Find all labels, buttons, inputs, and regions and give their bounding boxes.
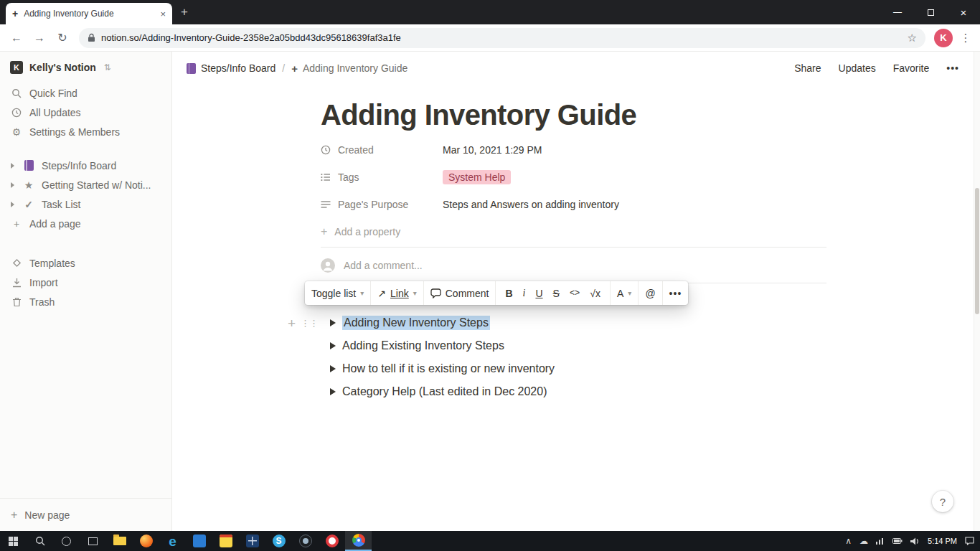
workspace-switcher[interactable]: K Kelly's Notion ⇅ (0, 52, 171, 83)
toggle-block-2[interactable]: Adding Existing Inventory Steps (321, 334, 826, 357)
sidebar-item-settings-members[interactable]: ⚙ Settings & Members (0, 122, 171, 141)
sidebar-item-trash[interactable]: Trash (0, 292, 171, 311)
share-button[interactable]: Share (794, 62, 821, 74)
battery-icon[interactable] (892, 538, 903, 544)
taskbar-spreadsheet[interactable] (239, 531, 265, 551)
toggle-label[interactable]: How to tell if it is existing or new inv… (342, 362, 555, 375)
strikethrough-button[interactable]: S (550, 288, 562, 299)
sidebar-item-task-list[interactable]: ✓ Task List (0, 194, 171, 214)
text-color-dropdown[interactable]: A ▾ (611, 281, 639, 305)
underline-button[interactable]: U (532, 288, 545, 299)
sidebar-item-steps-info-board[interactable]: Steps/Info Board (0, 156, 171, 175)
page-title[interactable]: Adding Inventory Guide (321, 98, 826, 132)
scrollbar-thumb[interactable] (975, 188, 979, 314)
clock-icon (321, 145, 331, 155)
sidebar-item-getting-started[interactable]: ★ Getting Started w/ Noti... (0, 175, 171, 194)
clock[interactable]: 5:14 PM (928, 537, 957, 545)
property-row-purpose[interactable]: Page's Purpose Steps and Answers on addi… (321, 191, 826, 218)
toggle-arrow-icon[interactable] (330, 342, 336, 349)
link-button[interactable]: ↗ Link ▾ (371, 281, 423, 305)
drag-handle-icon[interactable]: ⋮⋮ (301, 318, 318, 329)
screen: + Adding Inventory Guide × + — × ← → ↻ n… (0, 0, 980, 551)
start-button[interactable] (0, 531, 27, 551)
mention-button[interactable]: @ (639, 281, 662, 305)
equation-button[interactable]: √x (587, 288, 603, 299)
tab-close-icon[interactable]: × (160, 9, 166, 19)
window-minimize-button[interactable]: — (881, 0, 914, 24)
browser-menu-icon[interactable]: ⋮ (957, 32, 974, 44)
volume-icon[interactable] (910, 537, 920, 545)
taskbar-camera[interactable] (292, 531, 319, 551)
property-row-created[interactable]: Created Mar 10, 2021 1:29 PM (321, 136, 826, 164)
taskbar-search-button[interactable] (27, 531, 53, 551)
sidebar-item-import[interactable]: Import (0, 273, 171, 292)
add-comment-input[interactable]: Add a comment... (321, 248, 826, 283)
back-button[interactable]: ← (6, 27, 27, 49)
expand-toggle-icon[interactable] (11, 182, 14, 188)
taskbar-chrome-active[interactable] (345, 531, 372, 551)
forward-button[interactable]: → (29, 27, 50, 49)
property-row-tags[interactable]: Tags System Help (321, 164, 826, 191)
comment-button[interactable]: Comment (424, 281, 496, 305)
page-more-button[interactable]: ••• (946, 62, 959, 74)
reload-button[interactable]: ↻ (52, 27, 73, 49)
workspace-badge: K (10, 61, 23, 74)
sidebar-item-quick-find[interactable]: Quick Find (0, 83, 171, 103)
browser-ring-icon (326, 534, 339, 547)
add-a-page-button[interactable]: + Add a page (0, 214, 171, 233)
expand-toggle-icon[interactable] (11, 163, 14, 169)
new-tab-button[interactable]: + (181, 5, 188, 19)
expand-toggle-icon[interactable] (11, 202, 14, 207)
property-value[interactable]: Mar 10, 2021 1:29 PM (443, 144, 542, 156)
italic-button[interactable]: i (520, 288, 529, 299)
toggle-block-1[interactable]: + ⋮⋮ Adding New Inventory Steps (321, 311, 826, 334)
sidebar-item-all-updates[interactable]: All Updates (0, 103, 171, 122)
window-maximize-button[interactable] (914, 0, 947, 24)
help-button[interactable]: ? (932, 491, 953, 512)
onedrive-cloud-icon[interactable]: ☁ (859, 537, 868, 545)
bold-button[interactable]: B (502, 288, 515, 299)
toggle-label[interactable]: Adding Existing Inventory Steps (342, 339, 504, 352)
updates-button[interactable]: Updates (839, 62, 876, 74)
toggle-arrow-icon[interactable] (330, 319, 336, 326)
url-bar[interactable]: notion.so/Adding-Inventory-Guide-2358e2a… (79, 28, 925, 48)
taskbar-firefox[interactable] (133, 531, 159, 551)
sidebar-item-templates[interactable]: Templates (0, 253, 171, 273)
breadcrumb-parent[interactable]: Steps/Info Board (187, 62, 275, 74)
favorite-button[interactable]: Favorite (893, 62, 930, 74)
bookmark-star-icon[interactable]: ☆ (908, 32, 917, 44)
toggle-label[interactable]: Category Help (Last edited in Dec 2020) (342, 385, 547, 398)
window-close-button[interactable]: × (947, 0, 980, 24)
taskbar-file-explorer[interactable] (106, 531, 133, 551)
task-view-button[interactable] (80, 531, 106, 551)
new-page-button[interactable]: + New page (0, 498, 171, 531)
taskbar-skype[interactable]: S (265, 531, 292, 551)
import-icon (11, 278, 22, 288)
action-center-icon[interactable] (965, 537, 974, 545)
toolbar-more-button[interactable]: ••• (663, 281, 689, 305)
sidebar-item-label: Import (29, 277, 58, 288)
add-property-button[interactable]: + Add a property (321, 218, 826, 245)
toggle-arrow-icon[interactable] (330, 388, 336, 395)
block-type-dropdown[interactable]: Toggle list ▾ (305, 281, 371, 305)
add-block-icon[interactable]: + (288, 316, 296, 330)
taskbar-browser-ring[interactable] (319, 531, 345, 551)
property-value[interactable]: Steps and Answers on adding inventory (443, 199, 619, 210)
breadcrumb-current[interactable]: + Adding Inventory Guide (291, 62, 407, 75)
search-icon (35, 536, 45, 546)
page-scrollbar[interactable] (974, 52, 980, 531)
toggle-label[interactable]: Adding New Inventory Steps (342, 316, 490, 330)
profile-avatar[interactable]: K (934, 29, 953, 47)
taskbar-notes[interactable] (212, 531, 239, 551)
taskbar-app-blue[interactable] (186, 531, 212, 551)
toggle-arrow-icon[interactable] (330, 365, 336, 372)
toggle-block-3[interactable]: How to tell if it is existing or new inv… (321, 357, 826, 380)
code-button[interactable]: <> (567, 288, 583, 298)
network-icon[interactable] (876, 537, 885, 545)
tag-badge[interactable]: System Help (443, 170, 511, 184)
toggle-block-4[interactable]: Category Help (Last edited in Dec 2020) (321, 380, 826, 403)
cortana-button[interactable] (53, 531, 80, 551)
hidden-icons-chevron[interactable]: ∧ (845, 537, 852, 545)
taskbar-edge[interactable]: e (159, 531, 186, 551)
browser-tab[interactable]: + Adding Inventory Guide × (6, 3, 172, 24)
